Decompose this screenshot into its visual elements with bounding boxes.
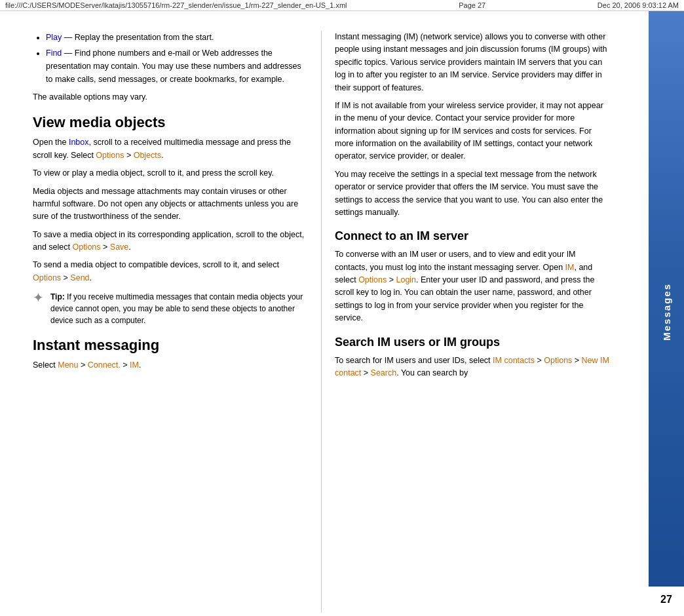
vmp5-end: . <box>90 273 92 282</box>
view-media-para4: To save a media object in its correspond… <box>33 229 308 254</box>
options-link-2[interactable]: Options <box>72 242 100 252</box>
vmp1-end: . <box>161 151 163 160</box>
tip-box: ✦ Tip: If you receive multimedia message… <box>33 291 308 326</box>
rcp1-sep1: > <box>387 275 396 284</box>
rsp1-end: . You can search by <box>396 368 468 377</box>
vmp5-sep1: > <box>61 273 70 282</box>
imp1-pre: Select <box>33 360 58 370</box>
view-media-para2: To view or play a media object, scroll t… <box>33 167 308 180</box>
connect-im-heading: Connect to an IM server <box>335 229 609 243</box>
im-link[interactable]: IM <box>130 360 139 370</box>
options-link-1[interactable]: Options <box>96 151 124 160</box>
available-options-text: The available options may vary. <box>33 91 308 104</box>
view-media-para3: Media objects and message attachments ma… <box>33 185 308 223</box>
send-link[interactable]: Send <box>70 273 89 282</box>
rsp1-sep1: > <box>535 356 544 365</box>
view-media-para5: To send a media object to compatible dev… <box>33 259 308 284</box>
vmp4-sep1: > <box>101 242 110 252</box>
vmp4-end: . <box>128 242 130 252</box>
rc-intro-para3: You may receive the settings in a specia… <box>335 168 609 220</box>
filepath: file:///C:/USERS/MODEServer/lkatajis/130… <box>5 1 347 9</box>
save-link[interactable]: Save <box>110 242 129 252</box>
rc-intro-para1: Instant messaging (IM) (network service)… <box>335 31 609 94</box>
tip-content: Tip: If you receive multimedia messages … <box>50 291 308 326</box>
list-item-play: Play — Replay the presentation from the … <box>46 31 308 44</box>
view-media-heading: View media objects <box>33 114 308 131</box>
find-link[interactable]: Find <box>46 48 62 58</box>
rc-search-para1: To search for IM users and user IDs, sel… <box>335 355 609 380</box>
left-column: Play — Replay the presentation from the … <box>0 31 321 613</box>
page-number: 27 <box>660 594 672 606</box>
rcp1-pre: To converse with an IM user or users, an… <box>335 250 576 271</box>
tip-label: Tip: <box>50 292 65 301</box>
bullet-list: Play — Replay the presentation from the … <box>46 31 308 86</box>
tip-text-content: If you receive multimedia messages that … <box>50 292 303 325</box>
right-column: Instant messaging (IM) (network service)… <box>321 31 622 613</box>
vmp1-pre: Open the <box>33 138 69 147</box>
list-item-find: Find — Find phone numbers and e-mail or … <box>46 47 308 86</box>
rsp1-sep2: > <box>572 356 581 365</box>
search-link[interactable]: Search <box>371 368 397 377</box>
rc-intro-para2: If IM is not available from your wireles… <box>335 100 609 163</box>
options-link-4[interactable]: Options <box>358 275 387 284</box>
rsp1-pre: To search for IM users and user IDs, sel… <box>335 356 493 365</box>
objects-link[interactable]: Objects <box>134 151 161 160</box>
content-area: Play — Replay the presentation from the … <box>0 11 649 613</box>
imp1-end: . <box>139 360 141 370</box>
inbox-link[interactable]: Inbox <box>69 138 89 147</box>
options-link-3[interactable]: Options <box>33 273 61 282</box>
right-sidebar: Messages 27 <box>649 11 684 613</box>
imp1-sep2: > <box>121 360 130 370</box>
vmp5-pre: To send a media object to compatible dev… <box>33 260 279 269</box>
im-contacts-link[interactable]: IM contacts <box>493 356 535 365</box>
tip-icon: ✦ <box>33 290 44 305</box>
page-number-box: 27 <box>649 587 684 613</box>
page-label: Page 27 <box>459 1 485 9</box>
sidebar-label: Messages <box>661 283 672 341</box>
menu-link[interactable]: Menu <box>58 360 78 370</box>
search-im-heading: Search IM users or IM groups <box>335 336 609 349</box>
top-bar: file:///C:/USERS/MODEServer/lkatajis/130… <box>0 0 684 11</box>
play-link[interactable]: Play <box>46 33 62 42</box>
vmp1-sep: > <box>124 151 133 160</box>
rsp1-sep3: > <box>361 368 370 377</box>
login-link[interactable]: Login <box>396 275 416 284</box>
date-label: Dec 20, 2006 9:03:12 AM <box>598 1 679 9</box>
find-text: — Find phone numbers and e-mail or Web a… <box>46 48 301 84</box>
options-link-5[interactable]: Options <box>544 356 572 365</box>
imp1-sep1: > <box>79 360 88 370</box>
im-para1: Select Menu > Connect. > IM. <box>33 359 308 372</box>
im-link-2[interactable]: IM <box>565 263 575 272</box>
instant-messaging-heading: Instant messaging <box>33 337 308 354</box>
page-wrapper: Play — Replay the presentation from the … <box>0 11 684 613</box>
play-text: — Replay the presentation from the start… <box>62 33 214 42</box>
rc-connect-para1: To converse with an IM user or users, an… <box>335 248 609 324</box>
view-media-para1: Open the Inbox, scroll to a received mul… <box>33 136 308 162</box>
connect-link[interactable]: Connect. <box>88 360 121 370</box>
